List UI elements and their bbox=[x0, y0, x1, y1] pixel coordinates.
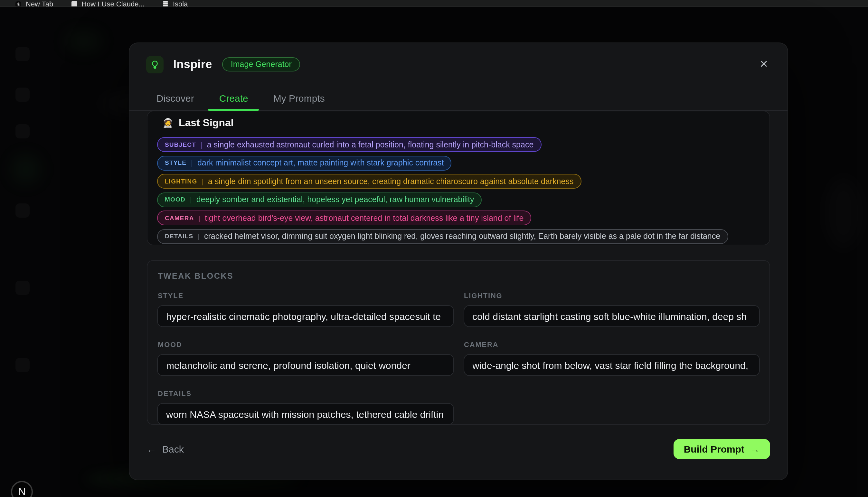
prompt-title: Last Signal bbox=[179, 117, 234, 129]
tab-create[interactable]: Create bbox=[208, 86, 259, 110]
dimmed-sidebar-icon bbox=[15, 87, 30, 102]
astronaut-emoji: 🧑‍🚀 bbox=[162, 118, 173, 128]
build-prompt-button[interactable]: Build Prompt → bbox=[673, 439, 770, 459]
browser-tab[interactable]: How I Use Claude... bbox=[62, 0, 154, 7]
prompt-pill-mood: MOOD|deeply somber and existential, hope… bbox=[157, 192, 482, 207]
tweak-field-lighting: LIGHTING bbox=[463, 292, 760, 327]
build-prompt-label: Build Prompt bbox=[684, 443, 744, 455]
dimmed-sidebar-icon bbox=[15, 281, 30, 295]
screen: ✳New TabHow I Use Claude...Isola N Inspi… bbox=[0, 0, 868, 497]
dimmed-sidebar-icon bbox=[15, 358, 30, 372]
claude-claw-icon: ✳ bbox=[15, 1, 21, 7]
tweak-field-label: CAMERA bbox=[464, 341, 760, 348]
back-arrow-icon: ← bbox=[147, 443, 156, 455]
dimmed-sidebar-icon bbox=[15, 47, 30, 61]
tweak-blocks-card: TWEAK BLOCKS STYLELIGHTINGMOODCAMERADETA… bbox=[147, 260, 770, 425]
dimmed-sidebar-icon bbox=[15, 203, 30, 217]
tab-my-prompts[interactable]: My Prompts bbox=[262, 86, 336, 110]
tweak-field-label: LIGHTING bbox=[464, 292, 760, 299]
tweak-input-details[interactable] bbox=[157, 403, 454, 425]
prompt-pill-lighting: LIGHTING|a single dim spotlight from an … bbox=[157, 174, 581, 189]
generator-type-badge: Image Generator bbox=[223, 58, 300, 71]
tweak-field-camera: CAMERA bbox=[463, 341, 760, 376]
document-favicon bbox=[71, 1, 77, 7]
dimmed-logo-blob bbox=[65, 31, 103, 51]
nextjs-dev-badge[interactable]: N bbox=[11, 481, 33, 497]
tweak-input-camera[interactable] bbox=[463, 354, 760, 376]
prompt-pill-subject: SUBJECT|a single exhausted astronaut cur… bbox=[157, 137, 541, 152]
prompt-pill-camera: CAMERA|tight overhead bird's-eye view, a… bbox=[157, 211, 531, 225]
prompt-pill-style: STYLE|dark minimalist concept art, matte… bbox=[157, 155, 452, 170]
browser-tab-strip: ✳New TabHow I Use Claude...Isola bbox=[0, 0, 868, 7]
modal-title: Inspire bbox=[173, 58, 212, 71]
back-button[interactable]: ← Back bbox=[147, 443, 184, 455]
modal-header: Inspire Image Generator ✕ bbox=[129, 43, 787, 86]
dimmed-sidebar-icon bbox=[15, 124, 30, 138]
dimmed-right-blob bbox=[824, 174, 863, 252]
prompt-pill-details: DETAILS|cracked helmet visor, dimming su… bbox=[157, 229, 728, 244]
tweak-field-label: MOOD bbox=[158, 341, 454, 348]
browser-tab-label: Isola bbox=[173, 0, 188, 7]
tweak-field-details: DETAILS bbox=[157, 389, 454, 425]
tweak-fields-grid: STYLELIGHTINGMOODCAMERADETAILS bbox=[157, 292, 760, 425]
tweak-input-lighting[interactable] bbox=[463, 305, 760, 327]
tweak-field-label: STYLE bbox=[158, 292, 454, 299]
tweak-input-mood[interactable] bbox=[157, 354, 454, 376]
tweak-field-mood: MOOD bbox=[157, 341, 454, 376]
dimmed-sidebar-blob bbox=[12, 155, 40, 184]
browser-tab[interactable]: Isola bbox=[154, 0, 197, 7]
stack-icon bbox=[162, 1, 168, 7]
modal-tab-bar: DiscoverCreateMy Prompts bbox=[129, 86, 787, 111]
browser-tab[interactable]: ✳New Tab bbox=[6, 0, 62, 7]
browser-tab-label: How I Use Claude... bbox=[82, 0, 145, 7]
back-label: Back bbox=[162, 443, 184, 455]
lightbulb-icon bbox=[146, 56, 163, 73]
tweak-field-label: DETAILS bbox=[158, 389, 454, 397]
modal-footer: ← Back Build Prompt → bbox=[129, 439, 787, 459]
browser-tab-label: New Tab bbox=[26, 0, 53, 7]
prompt-preview-card: 🧑‍🚀 Last Signal SUBJECT|a single exhaust… bbox=[147, 111, 770, 245]
tweak-field-style: STYLE bbox=[157, 292, 454, 327]
arrow-right-icon: → bbox=[750, 443, 760, 455]
tweak-input-style[interactable] bbox=[157, 305, 454, 327]
inspire-modal: Inspire Image Generator ✕ DiscoverCreate… bbox=[129, 42, 788, 480]
prompt-pill-list: SUBJECT|a single exhausted astronaut cur… bbox=[157, 137, 760, 245]
close-icon[interactable]: ✕ bbox=[757, 57, 771, 72]
tweak-blocks-heading: TWEAK BLOCKS bbox=[158, 272, 760, 281]
tab-discover[interactable]: Discover bbox=[145, 86, 205, 110]
